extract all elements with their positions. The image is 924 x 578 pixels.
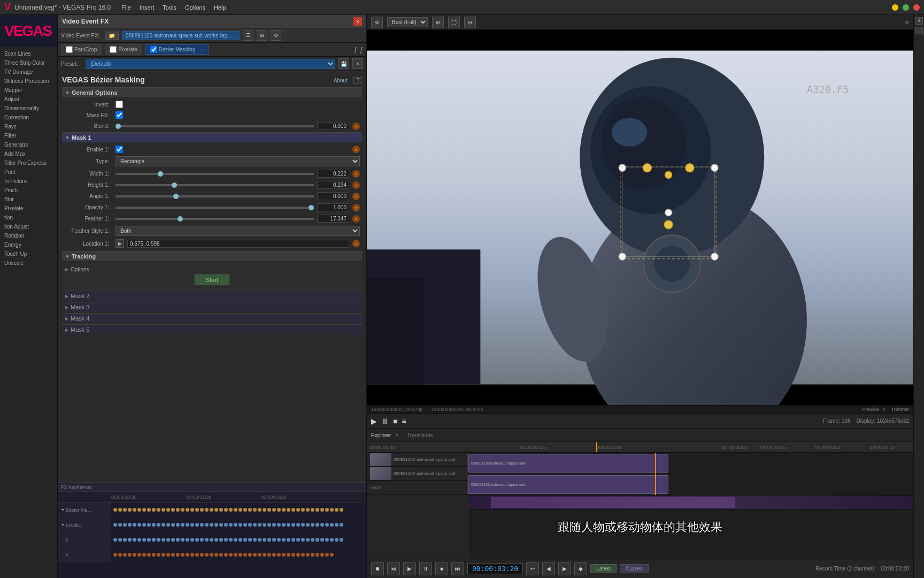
mask-fx-checkbox[interactable] [116,111,123,119]
sidebar-item-8[interactable]: Rays [0,122,57,131]
preview-grid-button[interactable]: ⊟ [464,17,476,28]
sidebar-item-23[interactable]: Unscale [0,258,57,268]
clip-2[interactable]: 086891100-astronaut-space-suit- [468,475,668,494]
video-clip-1[interactable]: 086891100-astronaut-space-suit- [468,453,913,474]
quality-select[interactable]: Best (Full) [387,17,428,27]
tracking-options-row[interactable]: ▶ Options [65,267,359,272]
pan-crop-tab[interactable]: Pan/Crop [61,44,102,55]
pause-button[interactable]: ⏸ [381,417,389,425]
stop-button[interactable]: ■ [393,417,397,425]
mask4-collapsed[interactable]: ▶ Mask 4 [62,313,362,323]
mask1-header[interactable]: ▼ Mask 1 [62,132,362,142]
sidebar-item-16[interactable]: Blur [0,195,57,204]
enable1-pin[interactable]: ● [352,146,360,153]
fx-file-button[interactable]: 📁 [105,32,119,40]
blend-slider[interactable] [116,125,314,127]
sidebar-item-2[interactable]: TV Damage [0,67,57,77]
trimmer-tab[interactable]: Trimmer [891,407,909,412]
menu-file[interactable]: File [121,4,131,11]
menu-bar[interactable]: File Insert Tools Options Help [121,4,226,11]
sidebar-item-19[interactable]: tion Adjust [0,222,57,231]
width1-pin[interactable]: ● [352,170,360,178]
pixelate-checkbox[interactable] [110,46,117,53]
sidebar-item-13[interactable]: Print [0,168,57,177]
opacity1-pin[interactable]: ● [352,204,360,211]
angle1-slider[interactable] [116,195,314,197]
sidebar-item-7[interactable]: Correction [0,113,57,122]
mask2-collapsed[interactable]: ▶ Mask 2 [62,291,362,301]
preset-save-button[interactable]: 💾 [338,58,349,69]
maximize-button[interactable] [903,4,909,11]
preview-fullscreen-button[interactable]: ⛶ [448,17,460,28]
sidebar-item-3[interactable]: Witness Protection [0,77,57,86]
menu-button[interactable]: ≡ [402,417,406,425]
sidebar-item-4[interactable]: Mapper [0,86,57,95]
menu-help[interactable]: Help [214,4,226,11]
fx-grid-view-button[interactable]: ⊞ [257,30,267,41]
sidebar-item-6[interactable]: Dimensionality [0,104,57,113]
minimize-button[interactable] [892,4,898,11]
snap-button[interactable]: ◆ [574,562,587,575]
sidebar-item-11[interactable]: Add Max [0,149,57,158]
video-clip-2[interactable]: 086891100-astronaut-space-suit- [468,474,913,495]
close-button[interactable] [913,4,920,11]
feather1-slider[interactable] [116,218,314,220]
about-link[interactable]: About [334,78,348,83]
fx-settings-button[interactable]: ⚙ [271,30,281,41]
clip-1[interactable]: 086891100-astronaut-space-suit- [468,454,668,473]
pixelate-tab[interactable]: Pixelate [105,44,142,55]
preview-tab-close[interactable]: × [883,407,886,412]
angle1-pin[interactable]: ● [352,193,360,200]
opacity1-slider[interactable] [116,207,314,209]
fx-formula2-icon[interactable]: ƒ [359,46,363,54]
sidebar-item-15[interactable]: Pinch [0,186,57,195]
preset-select[interactable]: (Default) [86,59,335,69]
next-frame-button[interactable]: ▶ [558,562,571,575]
sidebar-item-22[interactable]: Touch Up [0,249,57,258]
explorer-tab[interactable]: Explorer [371,432,391,438]
curves-button[interactable]: Curves [620,564,649,573]
sidebar-item-14[interactable]: In Picture [0,177,57,186]
explorer-close[interactable]: × [395,432,398,438]
mask5-collapsed[interactable]: ▶ Mask 5 [62,324,362,334]
sidebar-item-21[interactable]: Energy [0,240,57,249]
mask3-collapsed[interactable]: ▶ Mask 3 [62,302,362,312]
height1-slider[interactable] [116,184,314,186]
preview-settings-button[interactable]: ⚙ [371,17,383,28]
height1-pin[interactable]: ● [352,181,360,189]
menu-insert[interactable]: Insert [140,4,155,11]
transport-pause-button[interactable]: ⏸ [419,562,432,575]
record-button[interactable]: ⏺ [371,562,384,575]
preset-close-button[interactable]: × [352,58,363,69]
play-button[interactable]: ▶ [371,417,377,425]
sidebar-item-10[interactable]: Generator [0,140,57,149]
location1-expand-button[interactable]: ▶ [116,239,124,248]
sidebar-item-20[interactable]: Rotation [0,231,57,240]
fx-formula-icon[interactable]: ƒ [354,46,358,54]
bezier-masking-checkbox[interactable] [150,46,157,53]
blend-pin[interactable]: ● [352,123,360,130]
lanes-button[interactable]: Lanes [590,564,617,573]
prev-frame-button[interactable]: ◀ [542,562,555,575]
sidebar-item-18[interactable]: tion [0,213,57,222]
loop-button[interactable]: ↩ [526,562,539,575]
fx-list-view-button[interactable]: ☰ [243,30,253,41]
location1-pin[interactable]: ● [352,240,360,247]
sidebar-item-12[interactable]: Titler Pro Express [0,158,57,168]
feather-style-select[interactable]: Both [116,226,360,236]
width1-slider[interactable] [116,173,314,175]
sidebar-item-0[interactable]: Scan Lines [0,49,57,58]
fx-close-button[interactable]: × [353,17,362,26]
transport-stop-button[interactable]: ■ [435,562,448,575]
tracking-header[interactable]: ▼ Tracking [62,251,362,261]
menu-options[interactable]: Options [185,4,205,11]
feather1-pin[interactable]: ● [352,215,360,223]
sidebar-item-5[interactable]: Adjust [0,95,57,104]
preview-split-button[interactable]: ⊞ [432,17,444,28]
rewind-button[interactable]: ⏮ [387,562,400,575]
sidebar-item-1[interactable]: Three Strip Color [0,58,57,67]
general-options-header[interactable]: ▼ General Options [62,87,362,97]
type-select[interactable]: Rectangle [116,156,360,166]
sidebar-item-9[interactable]: Filter [0,131,57,140]
rs-settings-button[interactable]: ⚙ [915,17,923,25]
